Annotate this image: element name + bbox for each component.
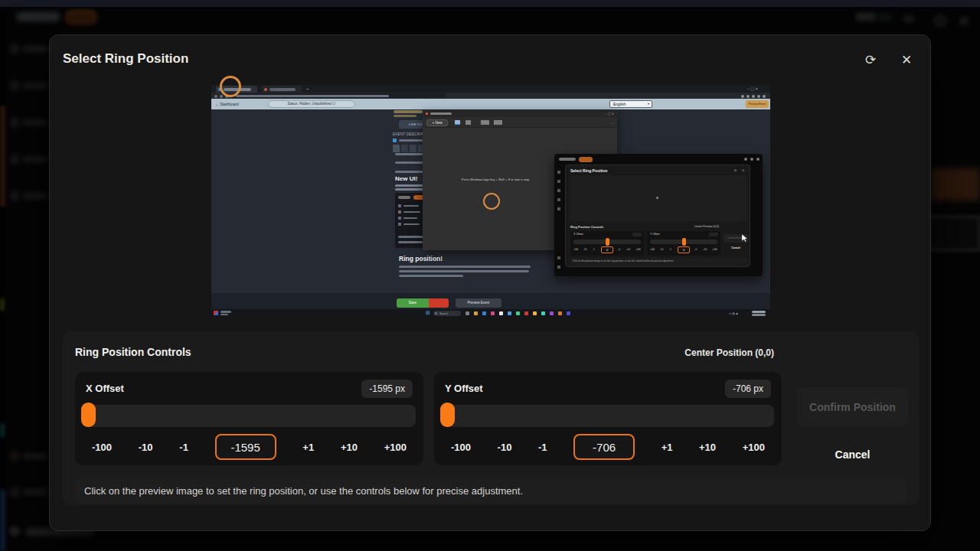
new-tab-icon: +	[306, 86, 309, 91]
x-step-minus-1[interactable]: -1	[179, 442, 188, 453]
taskbar-app-icon	[558, 311, 562, 315]
center-position-label: Center Position (0,0)	[684, 347, 774, 358]
nested-y-handle	[682, 238, 686, 246]
decor-amber-text	[394, 110, 423, 113]
preview-bluebar: ← Dashboard Status: Hidden, Unpublished …	[211, 99, 770, 109]
x-step-plus-10[interactable]: +10	[341, 442, 358, 453]
modal-title: Select Ring Position	[63, 51, 188, 67]
select-ring-position-modal: Select Ring Position ⟳ ✕ + – ▢ ✕	[49, 34, 931, 531]
decor	[220, 311, 231, 313]
x-step-plus-100[interactable]: +100	[384, 442, 407, 453]
screen: Select Ring Position ⟳ ✕ + – ▢ ✕	[0, 0, 980, 551]
decor-dot	[656, 197, 658, 199]
taskbar-app-icon	[533, 311, 537, 315]
visual-editor-checkbox	[393, 139, 397, 142]
decor-dot	[750, 158, 753, 161]
confirm-position-button[interactable]: Confirm Position	[797, 387, 908, 426]
editor-toolbar-icon	[410, 145, 416, 152]
browser-icon	[746, 95, 750, 98]
decor	[403, 223, 420, 226]
snip-camera-icon	[455, 120, 460, 125]
decor-logo	[559, 158, 576, 161]
refresh-button[interactable]: ⟳	[861, 50, 880, 70]
y-offset-slider-track[interactable]	[440, 405, 774, 427]
nested-y-track	[650, 240, 717, 244]
ring-position-controls-panel: Ring Position Controls Center Position (…	[63, 331, 919, 505]
info-icon: ⓘ	[332, 102, 336, 106]
decor-dot	[744, 158, 747, 161]
close-button[interactable]: ✕	[897, 50, 916, 70]
decor-sidebar-dot	[557, 198, 560, 201]
nested-step: -1	[593, 248, 595, 251]
y-step-plus-10[interactable]: +10	[699, 442, 716, 453]
y-offset-badge: -706 px	[725, 380, 771, 398]
y-step-plus-100[interactable]: +100	[743, 442, 765, 453]
taskbar-app-icon	[466, 311, 469, 315]
decor-paragraph	[399, 275, 463, 277]
x-offset-badge: -1595 px	[361, 380, 413, 398]
x-offset-input[interactable]	[215, 434, 276, 460]
taskbar-app-icon	[491, 311, 495, 315]
decor	[398, 241, 423, 243]
decor-sidebar-dot	[557, 266, 560, 269]
ring-position-heading: Ring position!	[399, 255, 443, 262]
browser-icon	[757, 95, 760, 98]
taskbar-app-icon	[508, 311, 511, 315]
x-step-row: -100 -10 -1 +1 +10 +100	[83, 433, 416, 461]
x-offset-slider-track[interactable]	[81, 405, 416, 427]
snip-titlebar: – ▢ ✕	[423, 110, 617, 117]
favicon	[264, 88, 267, 91]
mini-row-icon	[398, 223, 401, 226]
nested-step: -100	[573, 248, 578, 251]
y-step-plus-1[interactable]: +1	[662, 442, 673, 453]
nested-app-window: Select Ring Position ⟳ ✕ Ring Position C…	[554, 154, 763, 276]
nested-step: -10	[660, 248, 663, 251]
ring-preview-image[interactable]: + – ▢ ✕ ← Dashboard Status: Hidden, Unpu…	[211, 85, 770, 317]
nested-center-label: Center Position (0,0)	[694, 225, 719, 228]
y-step-minus-1[interactable]: -1	[538, 442, 547, 453]
nested-x-input: 0	[601, 246, 613, 253]
x-step-minus-100[interactable]: -100	[92, 442, 112, 453]
help-text: Click on the preview image to set the ri…	[75, 479, 906, 504]
save-split-red	[429, 298, 449, 308]
decor-sidebar-dot	[557, 171, 560, 174]
nested-x-track	[573, 240, 641, 244]
x-offset-slider-handle[interactable]	[81, 403, 96, 427]
snip-window-controls: – ▢ ✕	[605, 112, 614, 116]
snip-app-icon	[426, 112, 428, 115]
chevron-down-icon: ▾	[648, 101, 649, 107]
status-badge: Status: Hidden, Unpublished ⓘ	[268, 100, 355, 108]
nested-y-badge	[709, 233, 718, 236]
taskbar-app-icon	[482, 311, 486, 315]
window-controls: – ▢ ✕	[747, 86, 758, 91]
nav-dot	[220, 95, 223, 98]
search-label: Search	[439, 312, 448, 315]
decor-url-text	[236, 95, 389, 97]
taskbar-app-icon	[524, 311, 528, 315]
snip-new-button: + New	[426, 119, 448, 126]
editor-toolbar-icon	[393, 145, 400, 152]
nested-x-handle	[606, 238, 609, 246]
nested-preview-box	[570, 175, 746, 221]
nested-step: -100	[650, 248, 655, 251]
decor-dot	[756, 158, 760, 161]
y-step-minus-10[interactable]: -10	[498, 442, 512, 453]
decor	[403, 205, 419, 207]
browser-icon	[741, 95, 744, 98]
browser-icon	[763, 95, 766, 98]
y-offset-slider-handle[interactable]	[440, 403, 455, 427]
mini-row-icon	[398, 217, 401, 220]
decor-amber-text	[394, 115, 416, 117]
save-button-mini: Save	[397, 298, 429, 308]
x-step-minus-10[interactable]: -10	[139, 442, 153, 453]
nested-step: -1	[669, 248, 671, 251]
controls-heading: Ring Position Controls	[75, 346, 191, 358]
nested-y-input: 0	[678, 246, 690, 253]
y-step-minus-100[interactable]: -100	[451, 442, 471, 453]
taskbar-search: Search	[433, 311, 461, 316]
mini-row-icon	[398, 204, 401, 207]
x-step-plus-1[interactable]: +1	[302, 442, 314, 453]
cancel-button[interactable]: Cancel	[797, 441, 908, 468]
nested-orange-pill	[579, 157, 593, 162]
y-offset-input[interactable]	[573, 434, 635, 460]
